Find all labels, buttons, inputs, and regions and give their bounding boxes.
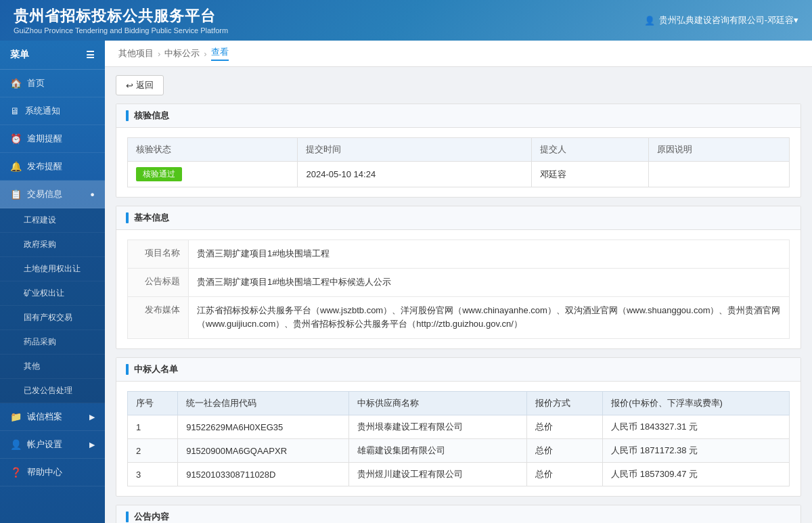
winner-no-2: 2 [128,439,178,463]
verify-section-body: 核验状态 提交时间 提交人 原因说明 核验通过 2024 [116,128,800,197]
field-label-project-name: 项目名称 [128,240,189,269]
info-table: 项目名称 贵酒三期扩建项目1#地块围墙工程 公告标题 贵酒三期扩建项目1#地块围… [127,240,790,339]
sidebar-item-land[interactable]: 土地使用权出让 [0,257,105,281]
header: 贵州省招标投标公共服务平台 GuiZhou Province Tendering… [0,0,812,41]
sidebar-item-credit[interactable]: 📁 诚信档案 ▶ [0,403,105,431]
winners-section-body: 序号 统一社会信用代码 中标供应商名称 报价方式 报价(中标价、下浮率或费率) … [116,382,800,496]
sidebar-item-trade[interactable]: 📋 交易信息 ● [0,181,105,208]
table-row: 2 91520900MA6GQAAPXR 雄霸建设集团有限公司 总价 人民币 1… [128,439,790,463]
winner-price-2: 人民币 1871172.38 元 [603,439,790,463]
winners-col-no: 序号 [128,392,178,415]
winner-name-1: 贵州垠泰建设工程有限公司 [349,415,527,439]
table-row: 核验通过 2024-05-10 14:24 邓廷容 [128,162,790,187]
field-label-media: 发布媒体 [128,296,189,339]
winners-col-price-type: 报价方式 [527,392,603,415]
verify-time-cell: 2024-05-10 14:24 [298,162,531,187]
sidebar-label-home: 首页 [27,77,45,89]
announcement-header: 公告内容 [116,505,800,523]
winners-section: 中标人名单 序号 统一社会信用代码 中标供应商名称 报价方式 报价(中标价、下浮… [116,357,801,497]
breadcrumb-sep-2: › [204,49,206,59]
user-icon: 👤 [644,16,655,26]
winner-name-2: 雄霸建设集团有限公司 [349,439,527,463]
main-content: 其他项目 › 中标公示 › 查看 ↩ 返回 核验信息 [105,41,812,523]
basic-info-header: 基本信息 [116,206,800,230]
verify-col-person: 提交人 [531,138,648,162]
basic-info-title: 基本信息 [134,212,169,224]
sidebar-label-sys-notify: 系统通知 [25,105,60,117]
sidebar-submenu-trade: 工程建设 政府采购 土地使用权出让 矿业权出让 国有产权交易 药品采购 其他 已… [0,208,105,403]
sidebar-menu-header: 菜单 ☰ [0,41,105,70]
winner-no-1: 1 [128,415,178,439]
chevron-right-icon: ▶ [89,413,95,422]
field-value-project-name: 贵酒三期扩建项目1#地块围墙工程 [189,240,790,269]
winner-no-3: 3 [128,463,178,486]
platform-title-cn: 贵州省招标投标公共服务平台 [14,6,228,26]
sidebar-item-drug[interactable]: 药品采购 [0,330,105,355]
verify-status-cell: 核验通过 [128,162,298,187]
winner-price-type-3: 总价 [527,463,603,486]
table-row: 3 91520103308711028D 贵州煜川建设工程有限公司 总价 人民币… [128,463,790,486]
sidebar-item-gov-purchase[interactable]: 政府采购 [0,233,105,257]
user-info[interactable]: 👤 贵州弘典建设咨询有限公司-邓廷容▾ [644,14,798,26]
sidebar-item-help[interactable]: ❓ 帮助中心 [0,459,105,486]
verify-person-cell: 邓廷容 [531,162,648,187]
winner-price-3: 人民币 1857309.47 元 [603,463,790,486]
sidebar-item-state-assets[interactable]: 国有产权交易 [0,306,105,330]
field-value-announce-title: 贵酒三期扩建项目1#地块围墙工程中标候选人公示 [189,268,790,296]
sidebar-label-trade: 交易信息 [27,188,62,200]
announcement-title: 公告内容 [134,511,169,523]
breadcrumb-item-2[interactable]: 中标公示 [164,47,200,60]
sidebar-item-mineral[interactable]: 矿业权出让 [0,281,105,306]
verify-col-time: 提交时间 [298,138,531,162]
verify-table: 核验状态 提交时间 提交人 原因说明 核验通过 2024 [127,137,790,187]
header-brand: 贵州省招标投标公共服务平台 GuiZhou Province Tendering… [14,6,228,35]
menu-toggle-icon[interactable]: ☰ [86,49,95,60]
sidebar-item-publish[interactable]: 🔔 发布提醒 [0,153,105,181]
sidebar-item-home[interactable]: 🏠 首页 [0,70,105,97]
return-button[interactable]: ↩ 返回 [116,75,164,95]
sidebar-item-engineering[interactable]: 工程建设 [0,208,105,233]
basic-info-section: 基本信息 项目名称 贵酒三期扩建项目1#地块围墙工程 公告标题 贵酒三期扩建项目… [116,206,801,349]
winners-col-name: 中标供应商名称 [349,392,527,415]
sidebar-item-sys-notify[interactable]: 🖥 系统通知 [0,97,105,125]
breadcrumb: 其他项目 › 中标公示 › 查看 [105,41,812,67]
sidebar-label-help: 帮助中心 [27,466,62,478]
winner-price-type-1: 总价 [527,415,603,439]
status-badge: 核验通过 [136,167,182,181]
sidebar-item-other[interactable]: 其他 [0,355,105,379]
sidebar-item-account[interactable]: 👤 帐户设置 ▶ [0,431,105,459]
bell-icon: 🔔 [10,161,22,172]
basic-info-body: 项目名称 贵酒三期扩建项目1#地块围墙工程 公告标题 贵酒三期扩建项目1#地块围… [116,230,800,348]
winners-section-header: 中标人名单 [116,358,800,382]
verify-section: 核验信息 核验状态 提交时间 提交人 原因说明 [116,104,801,198]
verify-col-reason: 原因说明 [648,138,789,162]
winner-code-2: 91520900MA6GQAAPXR [178,439,349,463]
return-icon: ↩ [126,81,133,91]
folder-icon: 📁 [10,411,22,422]
field-label-announce-title: 公告标题 [128,268,189,296]
question-icon: ❓ [10,467,22,478]
sidebar-label-credit: 诚信档案 [27,411,62,423]
winners-table: 序号 统一社会信用代码 中标供应商名称 报价方式 报价(中标价、下浮率或费率) … [127,391,790,486]
winners-title: 中标人名单 [134,363,178,376]
field-value-media: 江苏省招标投标公共服务平台（www.jszbtb.com）、洋河股份官网（www… [189,296,790,339]
sidebar-item-published[interactable]: 已发公告处理 [0,379,105,403]
winners-col-price: 报价(中标价、下浮率或费率) [603,392,790,415]
breadcrumb-sep-1: › [158,49,160,59]
breadcrumb-item-1[interactable]: 其他项目 [118,47,154,60]
home-icon: 🏠 [10,78,22,89]
winner-code-1: 91522629MA6H0XEG35 [178,415,349,439]
winner-price-1: 人民币 1843327.31 元 [603,415,790,439]
sidebar-label-publish: 发布提醒 [27,160,62,173]
sidebar-item-overdue[interactable]: ⏰ 逾期提醒 [0,125,105,153]
verify-title: 核验信息 [134,110,169,122]
verify-col-status: 核验状态 [128,138,298,162]
person-icon: 👤 [10,439,22,450]
return-label: 返回 [136,79,154,91]
chevron-right-icon-2: ▶ [89,440,95,449]
verify-section-header: 核验信息 [116,104,800,128]
clock-icon: ⏰ [10,133,22,144]
main-layout: 菜单 ☰ 🏠 首页 🖥 系统通知 ⏰ 逾期提醒 🔔 发布提醒 📋 交易信息 ● … [0,41,812,523]
winner-name-3: 贵州煜川建设工程有限公司 [349,463,527,486]
list-icon: 📋 [10,189,22,200]
